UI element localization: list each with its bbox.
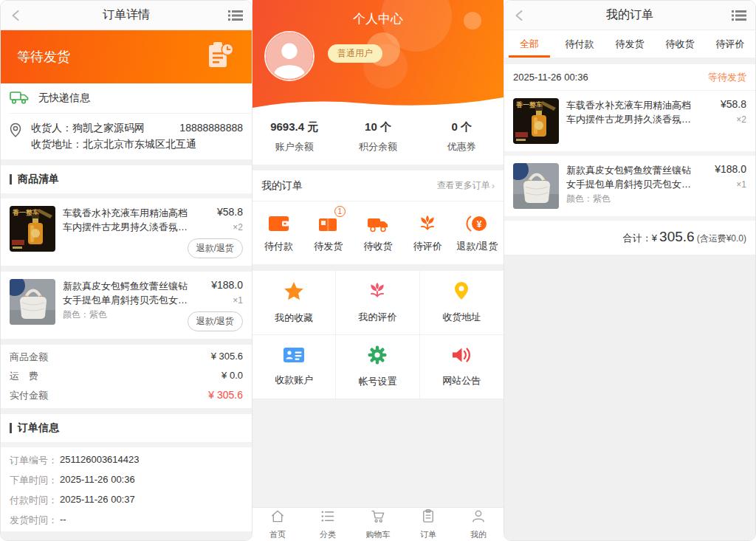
order-card-header: 2025-11-26 00:36 等待发货 — [504, 64, 755, 91]
express-info-row[interactable]: 无快递信息 — [1, 83, 252, 113]
location-pin-icon — [454, 281, 469, 303]
feature-account-settings[interactable]: 帐号设置 — [336, 334, 419, 399]
menu-list-icon[interactable] — [732, 10, 746, 21]
stat-label: 积分余额 — [336, 140, 419, 154]
tab-label: 首页 — [269, 529, 286, 540]
tab-categories[interactable]: 分类 — [303, 508, 353, 541]
stat-balance[interactable]: 9693.4 元 账户余额 — [252, 120, 336, 154]
product-image-handbag — [10, 279, 55, 325]
order-item-row[interactable]: 香一整车 车载香水补充液车用精油高档车内摆件古龙男持久淡香氛汽车上香薰 ¥58.… — [504, 91, 755, 151]
order-item-row[interactable]: 新款真皮女包鳄鱼纹蕾丝镶钻女手提包单肩斜挎贝壳包女士包包 颜色：紫色 ¥188.… — [504, 156, 755, 216]
tab-pending-receipt[interactable]: 待收货 — [655, 30, 705, 58]
feature-label: 我的收藏 — [275, 311, 313, 325]
total-label: 合计：¥ — [623, 232, 657, 245]
account-stats: 9693.4 元 账户余额 10 个 积分余额 0 个 优惠券 — [252, 111, 504, 165]
info-label: 下单时间： — [10, 474, 58, 487]
feature-address[interactable]: 收货地址 — [420, 270, 504, 334]
flower-icon — [418, 211, 437, 233]
cart-icon — [370, 509, 386, 527]
total-value: 305.6 — [659, 229, 695, 245]
tab-label: 订单 — [420, 529, 436, 540]
feature-reviews[interactable]: 我的评价 — [336, 270, 419, 334]
product-meta: ¥188.0 ×1 退款/退货 — [197, 279, 243, 331]
refund-button[interactable]: 退款/退货 — [188, 311, 243, 331]
product-row[interactable]: 香一整车 车载香水补充液车用精油高档车内摆件古龙男持久淡香氛汽车上香薰 ¥58.… — [1, 199, 252, 266]
page-title: 个人中心 — [252, 0, 504, 27]
freight-note: (含运费¥0.0) — [697, 232, 746, 245]
product-price: ¥188.0 — [211, 279, 243, 291]
stat-value: 9693.4 元 — [252, 120, 336, 134]
tab-pending-shipment[interactable]: 待发货 — [605, 30, 655, 58]
product-price: ¥58.8 — [217, 206, 243, 218]
profile-hero: 个人中心 普通用户 — [252, 0, 504, 111]
product-info: 车载香水补充液车用精油高档车内摆件古龙男持久淡香氛汽车上香薰 — [566, 98, 693, 144]
tab-pending-payment[interactable]: 待付款 — [554, 30, 605, 58]
shortcut-pending-payment[interactable]: 待付款 — [254, 211, 303, 253]
stat-points[interactable]: 10 个 积分余额 — [336, 120, 419, 154]
back-icon[interactable] — [513, 9, 526, 22]
shortcut-label: 待付款 — [264, 240, 293, 253]
wave-decoration — [252, 95, 504, 111]
feature-payment-account[interactable]: 收款账户 — [252, 334, 336, 399]
avatar[interactable] — [264, 31, 315, 81]
tab-pending-review[interactable]: 待评价 — [705, 30, 755, 58]
info-row: 订单编号：251126003614423 — [1, 450, 252, 470]
tab-cart[interactable]: 购物车 — [353, 508, 403, 541]
feature-favorites[interactable]: 我的收藏 — [252, 270, 336, 334]
tab-home[interactable]: 首页 — [252, 508, 303, 541]
tab-orders[interactable]: 订单 — [403, 508, 453, 541]
shortcut-label: 待发货 — [314, 240, 343, 253]
shortcut-label: 待评价 — [413, 240, 442, 253]
amounts-block: 商品金额 ¥ 305.6 运 费 ¥ 0.0 实付金额 ¥ 305.6 — [1, 345, 252, 408]
tab-label: 我的 — [470, 529, 487, 540]
product-color: 颜色：紫色 — [566, 193, 611, 204]
bottom-strip — [1, 531, 252, 540]
feature-announcements[interactable]: 网站公告 — [420, 334, 504, 399]
id-card-icon — [283, 347, 305, 366]
person-icon — [470, 509, 487, 527]
stat-coupons[interactable]: 0 个 优惠券 — [420, 120, 504, 154]
order-status-shortcuts: 待付款 1 待发货 待收货 待评价 — [252, 201, 504, 264]
amount-row-paid: 实付金额 ¥ 305.6 — [1, 386, 252, 405]
info-label: 订单编号： — [10, 454, 58, 467]
order-filter-tabs: 全部 待付款 待发货 待收货 待评价 — [504, 30, 755, 58]
tab-all[interactable]: 全部 — [504, 30, 554, 58]
shortcut-pending-shipment[interactable]: 1 待发货 — [303, 211, 353, 253]
product-info: 车载香水补充液车用精油高档车内摆件古龙男持久淡香氛汽车上香薰 — [63, 206, 190, 258]
receiver-phone: 18888888888 — [179, 120, 243, 136]
shortcut-pending-review[interactable]: 待评价 — [403, 211, 453, 253]
info-row: 付款时间：2025-11-26 00:37 — [1, 490, 252, 510]
tab-label: 购物车 — [366, 529, 391, 540]
location-pin-icon — [10, 123, 21, 152]
my-orders-appbar: 我的订单 — [504, 1, 755, 30]
package-icon: 1 — [318, 211, 339, 233]
amount-row-freight: 运 费 ¥ 0.0 — [1, 367, 252, 386]
section-gap — [252, 165, 504, 170]
info-value: 2025-11-26 00:36 — [60, 474, 135, 487]
address-block[interactable]: 收货人：狗凯之家源码网 18888888888 收货地址：北京北京市东城区北互通 — [1, 114, 252, 159]
product-color: 颜色：紫色 — [63, 309, 107, 320]
product-title: 新款真皮女包鳄鱼纹蕾丝镶钻女手提包单肩斜挎贝壳包女士包包 — [63, 279, 190, 307]
section-gap — [1, 339, 252, 345]
stat-value: 10 个 — [336, 120, 419, 134]
info-value: 2025-11-26 00:37 — [60, 494, 135, 507]
my-orders-title: 我的订单 — [261, 179, 303, 193]
shortcut-refund[interactable]: ¥ 退款/退货 — [453, 211, 502, 253]
order-status: 等待发货 — [708, 71, 746, 84]
view-more-orders-link[interactable]: 查看更多订单 › — [437, 179, 495, 192]
product-list-title: 商品清单 — [18, 173, 59, 186]
info-label: 发货时间： — [10, 514, 58, 527]
background-fill — [252, 399, 504, 507]
info-row: 下单时间：2025-11-26 00:36 — [1, 470, 252, 490]
menu-list-icon[interactable] — [228, 10, 243, 21]
back-icon[interactable] — [10, 9, 23, 22]
refund-button[interactable]: 退款/退货 — [188, 238, 243, 258]
speaker-icon — [451, 346, 472, 367]
amount-row-goods: 商品金额 ¥ 305.6 — [1, 348, 252, 367]
product-image-perfume: 香一整车 — [10, 206, 55, 252]
tab-profile[interactable]: 我的 — [453, 508, 504, 541]
shortcut-pending-receipt[interactable]: 待收货 — [353, 211, 402, 253]
product-row[interactable]: 新款真皮女包鳄鱼纹蕾丝镶钻女手提包单肩斜挎贝壳包女士包包 颜色：紫色 ¥188.… — [1, 272, 252, 339]
info-row: 发货时间：-- — [1, 510, 252, 530]
product-qty: ×2 — [233, 222, 243, 232]
